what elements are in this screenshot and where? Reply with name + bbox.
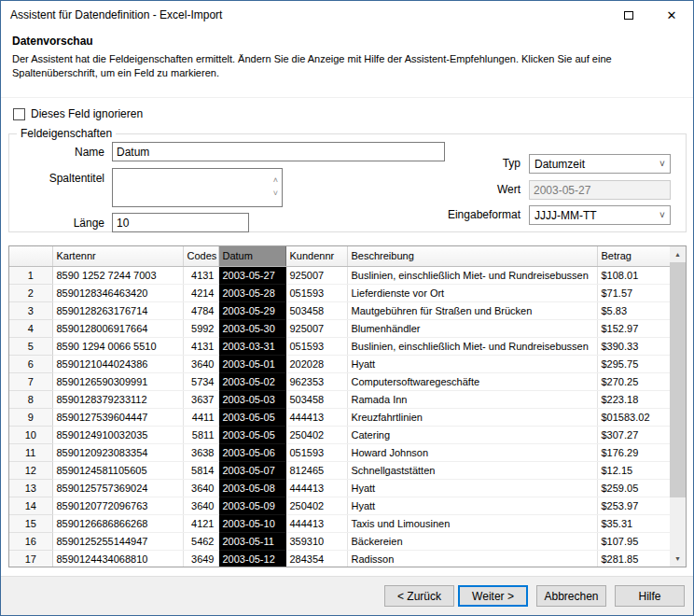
cell: 444413: [285, 514, 347, 532]
next-button[interactable]: Weiter >: [458, 585, 528, 607]
row-number-cell: 11: [9, 443, 52, 461]
excel-import-wizard-dialog: Assistent für Datendefinition - Excel-Im…: [0, 0, 694, 616]
name-input[interactable]: [112, 142, 445, 161]
help-button[interactable]: Hilfe: [615, 585, 685, 607]
input-format-dropdown[interactable]: JJJJ-MM-TT ˅: [529, 205, 671, 225]
row-number-cell: 13: [9, 479, 52, 497]
cell: 3640: [183, 497, 218, 514]
table-row: 17859012443406881036492003-05-12284354Ra…: [9, 550, 670, 567]
column-header-kartennr[interactable]: Kartennr: [52, 246, 183, 266]
close-button[interactable]: ✕: [650, 1, 693, 29]
table-row: 11859012092308335436382003-05-06051593Ho…: [9, 443, 670, 461]
cell: 2003-05-11: [218, 532, 285, 550]
row-number-cell: 5: [9, 337, 52, 355]
table-row: 13859012575736902436402003-05-08444413Hy…: [9, 479, 670, 497]
spin-up-icon[interactable]: ˄: [273, 176, 278, 185]
cell: 8590124910032035: [52, 426, 183, 443]
row-number-cell: 15: [9, 514, 52, 532]
row-number-cell: 12: [9, 461, 52, 479]
table-row: 16859012525514494754622003-05-11359310Bä…: [9, 532, 670, 550]
vertical-scrollbar[interactable]: ▲ ▼: [670, 246, 686, 567]
column-title-input[interactable]: ˄ ˅: [112, 168, 283, 207]
cell: 8590120923083354: [52, 443, 183, 461]
cancel-button[interactable]: Abbrechen: [536, 585, 606, 607]
cell: 8590 1252 7244 7003: [52, 266, 183, 284]
type-dropdown[interactable]: Datumzeit ˅: [529, 154, 671, 174]
value-label: Wert: [409, 183, 520, 196]
table-row: 18590 1252 7244 700341312003-05-27925007…: [9, 266, 670, 284]
cell: $108.01: [597, 266, 670, 284]
header-divider: [1, 97, 693, 98]
ignore-field-checkbox[interactable]: Dieses Feld ignorieren: [13, 107, 143, 120]
column-header-codes[interactable]: Codes: [183, 246, 218, 266]
group-label: Feldeigenschaften: [17, 127, 116, 140]
cell: 8590128346463420: [52, 284, 183, 301]
cell: $01583.02: [597, 408, 670, 426]
cell: Lieferdienste vor Ort: [347, 284, 597, 301]
cell: 202028: [285, 355, 347, 372]
maximize-button[interactable]: [607, 1, 650, 29]
window-title: Assistent für Datendefinition - Excel-Im…: [1, 8, 222, 21]
checkbox-icon[interactable]: [13, 108, 25, 120]
column-header-rownum[interactable]: [9, 246, 52, 266]
back-button[interactable]: < Zurück: [384, 585, 454, 607]
scrollbar-thumb[interactable]: [670, 262, 686, 497]
spin-down-icon[interactable]: ˅: [273, 189, 278, 198]
row-number-cell: 16: [9, 532, 52, 550]
cell: 503458: [285, 301, 347, 319]
cell: 4131: [183, 266, 218, 284]
cell: 5992: [183, 319, 218, 337]
cell: 444413: [285, 479, 347, 497]
cell: $295.75: [597, 355, 670, 372]
cell: $35.31: [597, 514, 670, 532]
scroll-down-button[interactable]: ▼: [670, 551, 686, 567]
page-title: Datenvorschau: [12, 35, 93, 48]
cell: 2003-05-05: [218, 426, 285, 443]
cell: 359310: [285, 532, 347, 550]
cell: 2003-05-08: [218, 479, 285, 497]
column-header-beschreibung[interactable]: Beschreibung: [347, 246, 597, 266]
cell: 925007: [285, 319, 347, 337]
row-number-cell: 7: [9, 372, 52, 390]
row-number-cell: 17: [9, 550, 52, 567]
cell: Hyatt: [347, 355, 597, 372]
cell: 8590124581105605: [52, 461, 183, 479]
scroll-up-button[interactable]: ▲: [670, 246, 686, 262]
table-row: 2859012834646342042142003-05-28051593Lie…: [9, 284, 670, 301]
table-row: 12859012458110560558142003-05-07812465Sc…: [9, 461, 670, 479]
row-number-cell: 14: [9, 497, 52, 514]
table-row: 3859012826317671447842003-05-29503458Mau…: [9, 301, 670, 319]
cell: 8590128379233112: [52, 390, 183, 408]
cell: $5.83: [597, 301, 670, 319]
table-row: 10859012491003203558112003-05-05250402Ca…: [9, 426, 670, 443]
cell: 3638: [183, 443, 218, 461]
cell: Hyatt: [347, 497, 597, 514]
cell: 2003-05-07: [218, 461, 285, 479]
cell: 2003-05-12: [218, 550, 285, 567]
cell: $390.33: [597, 337, 670, 355]
chevron-down-icon: ˅: [655, 159, 670, 169]
cell: 2003-05-02: [218, 372, 285, 390]
cell: 2003-05-30: [218, 319, 285, 337]
titlebar-buttons: ✕: [607, 1, 693, 29]
cell: Bäckereien: [347, 532, 597, 550]
cell: Taxis und Limousinen: [347, 514, 597, 532]
row-number-cell: 8: [9, 390, 52, 408]
cell: $259.05: [597, 479, 670, 497]
close-icon: ✕: [667, 9, 677, 21]
cell: $281.85: [597, 550, 670, 567]
column-header-betrag[interactable]: Betrag: [597, 246, 670, 266]
cell: 5734: [183, 372, 218, 390]
table-row: 4859012800691766459922003-05-30925007Blu…: [9, 319, 670, 337]
column-header-kundennr[interactable]: Kundennr: [285, 246, 347, 266]
column-header-datum[interactable]: Datum: [218, 246, 285, 266]
cell: Hyatt: [347, 479, 597, 497]
length-input[interactable]: [112, 213, 249, 232]
cell: 2003-03-31: [218, 337, 285, 355]
cell: 250402: [285, 426, 347, 443]
cell: 051593: [285, 443, 347, 461]
length-label: Länge: [9, 217, 104, 230]
cell: Schnellgaststätten: [347, 461, 597, 479]
cell: 4411: [183, 408, 218, 426]
cell: $270.25: [597, 372, 670, 390]
